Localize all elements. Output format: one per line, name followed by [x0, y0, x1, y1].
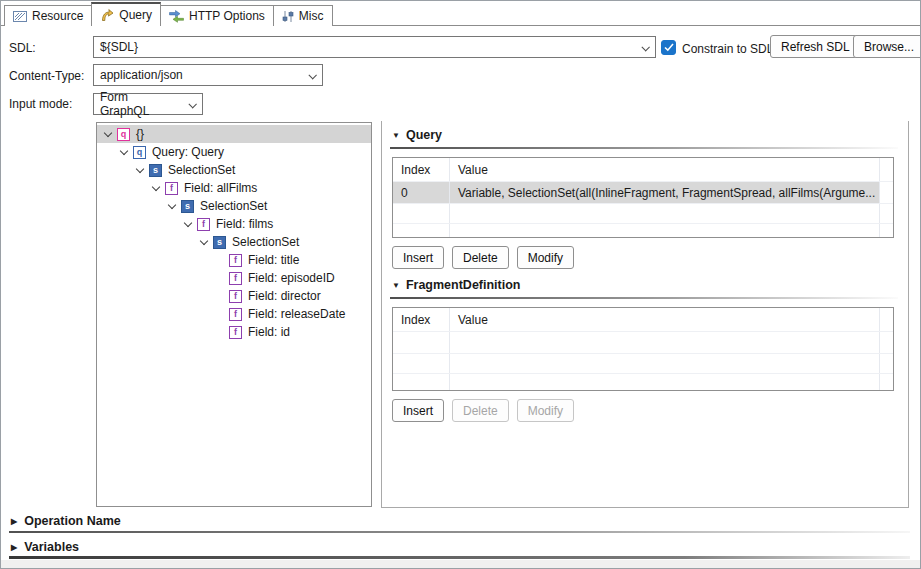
tree-item-label: Field: title	[248, 253, 299, 267]
variables-title: Variables	[24, 540, 79, 554]
expand-triangle-icon: ▶	[11, 543, 17, 552]
operation-name-title: Operation Name	[24, 514, 121, 528]
variables-section-header[interactable]: ▶ Variables	[11, 540, 79, 554]
field-node-icon: f	[229, 326, 242, 339]
empty-row	[393, 373, 893, 391]
fragment-modify-button: Modify	[517, 399, 574, 422]
chevron-down-icon[interactable]	[182, 222, 194, 226]
tree-item-field-director[interactable]: f Field: director	[97, 287, 371, 305]
tree-item-field-releasedate[interactable]: f Field: releaseDate	[97, 305, 371, 323]
fragment-insert-button[interactable]: Insert	[392, 399, 444, 422]
content-type-label: Content-Type:	[9, 69, 84, 83]
window-bottom-margin	[1, 560, 920, 569]
sdl-value: ${SDL}	[100, 40, 138, 54]
input-mode-label: Input mode:	[9, 97, 72, 111]
tree-item-selectionset[interactable]: s SelectionSet	[97, 197, 371, 215]
collapse-triangle-icon: ▼	[392, 131, 400, 140]
query-arrow-icon	[100, 8, 114, 22]
tree-item-label: SelectionSet	[200, 199, 267, 213]
query-delete-button[interactable]: Delete	[452, 246, 509, 269]
query-editor-panel: ▼ Query Index Value 0 Variable, Selectio…	[381, 121, 909, 508]
column-header-spare	[879, 158, 893, 181]
tab-resource[interactable]: Resource	[4, 5, 92, 26]
tree-item-label: Query: Query	[152, 145, 224, 159]
browse-button[interactable]: Browse...	[853, 35, 921, 58]
tree-item-label: Field: id	[248, 325, 290, 339]
field-node-icon: f	[229, 308, 242, 321]
tree-item-field-episodeid[interactable]: f Field: episodeID	[97, 269, 371, 287]
chevron-down-icon[interactable]	[166, 204, 178, 208]
tree-item-label: Field: films	[216, 217, 273, 231]
operation-name-section-header[interactable]: ▶ Operation Name	[11, 514, 121, 528]
tree-item-field-allfilms[interactable]: f Field: allFilms	[97, 179, 371, 197]
tree-item-label: {}	[136, 127, 144, 141]
tree-item-label: SelectionSet	[168, 163, 235, 177]
tab-http-options[interactable]: HTTP Options	[160, 5, 274, 26]
query-document-node-icon: q	[117, 128, 130, 141]
field-node-icon: f	[229, 272, 242, 285]
checkmark-icon	[664, 43, 674, 52]
chevron-down-icon	[641, 43, 649, 51]
constrain-to-sdl-checkbox[interactable]	[661, 40, 676, 55]
tree-item-field-title[interactable]: f Field: title	[97, 251, 371, 269]
column-header-value: Value	[449, 308, 879, 331]
resource-icon	[13, 11, 27, 22]
tree-item-label: Field: releaseDate	[248, 307, 345, 321]
field-node-icon: f	[197, 218, 210, 231]
tab-resource-label: Resource	[32, 9, 83, 23]
tree-item-query[interactable]: q Query: Query	[97, 143, 371, 161]
fragment-button-row: Insert Delete Modify	[392, 399, 574, 422]
input-mode-dropdown[interactable]: Form GraphQL	[93, 93, 203, 115]
tab-misc[interactable]: Misc	[273, 5, 333, 26]
query-table: Index Value 0 Variable, SelectionSet(all…	[392, 157, 894, 238]
field-node-icon: f	[229, 290, 242, 303]
row-index-cell: 0	[393, 182, 449, 203]
query-insert-button[interactable]: Insert	[392, 246, 444, 269]
query-node-icon: q	[133, 146, 146, 159]
field-node-icon: f	[165, 182, 178, 195]
misc-sliders-icon	[282, 10, 294, 23]
chevron-down-icon	[188, 100, 196, 108]
fragment-table-header: Index Value	[393, 308, 893, 332]
column-header-spare	[879, 308, 893, 331]
tab-strip: Resource Query HTTP Options Misc	[4, 2, 332, 26]
tree-item-label: Field: director	[248, 289, 321, 303]
constrain-to-sdl-label: Constrain to SDL	[682, 42, 773, 56]
chevron-down-icon[interactable]	[198, 240, 210, 244]
section-divider	[390, 147, 898, 149]
query-section-header[interactable]: ▼ Query	[392, 128, 442, 142]
selectionset-node-icon: s	[149, 164, 162, 177]
tab-query[interactable]: Query	[91, 2, 161, 26]
chevron-down-icon[interactable]	[102, 132, 114, 136]
column-header-index: Index	[393, 308, 449, 331]
chevron-down-icon[interactable]	[134, 168, 146, 172]
section-divider	[390, 297, 898, 299]
refresh-sdl-button[interactable]: Refresh SDL	[770, 35, 861, 58]
query-section-title: Query	[406, 128, 442, 142]
fragment-section-title: FragmentDefinition	[406, 278, 521, 292]
chevron-down-icon[interactable]	[150, 186, 162, 190]
collapse-triangle-icon: ▼	[392, 281, 400, 290]
section-divider	[9, 531, 910, 533]
table-row[interactable]: 0 Variable, SelectionSet(all(InlineFragm…	[393, 182, 893, 203]
content-type-dropdown[interactable]: application/json	[93, 64, 323, 86]
empty-row	[393, 223, 893, 238]
chevron-down-icon[interactable]	[118, 150, 130, 154]
tree-item-field-films[interactable]: f Field: films	[97, 215, 371, 233]
tree-item-field-id[interactable]: f Field: id	[97, 323, 371, 341]
fragment-section-header[interactable]: ▼ FragmentDefinition	[392, 278, 521, 292]
tab-http-options-label: HTTP Options	[189, 9, 265, 23]
tree-item-selectionset[interactable]: s SelectionSet	[97, 161, 371, 179]
query-modify-button[interactable]: Modify	[517, 246, 574, 269]
section-divider	[9, 556, 910, 559]
row-value-cell: Variable, SelectionSet(all(InlineFragmen…	[449, 182, 879, 203]
empty-row	[393, 203, 893, 223]
tab-misc-label: Misc	[299, 9, 324, 23]
tree-item-label: SelectionSet	[232, 235, 299, 249]
input-mode-value: Form GraphQL	[100, 90, 180, 118]
tree-item-label: Field: episodeID	[248, 271, 335, 285]
sdl-combobox[interactable]: ${SDL}	[93, 36, 656, 58]
tree-item-root[interactable]: q {}	[97, 125, 371, 143]
tree-item-selectionset[interactable]: s SelectionSet	[97, 233, 371, 251]
column-header-value: Value	[449, 158, 879, 181]
